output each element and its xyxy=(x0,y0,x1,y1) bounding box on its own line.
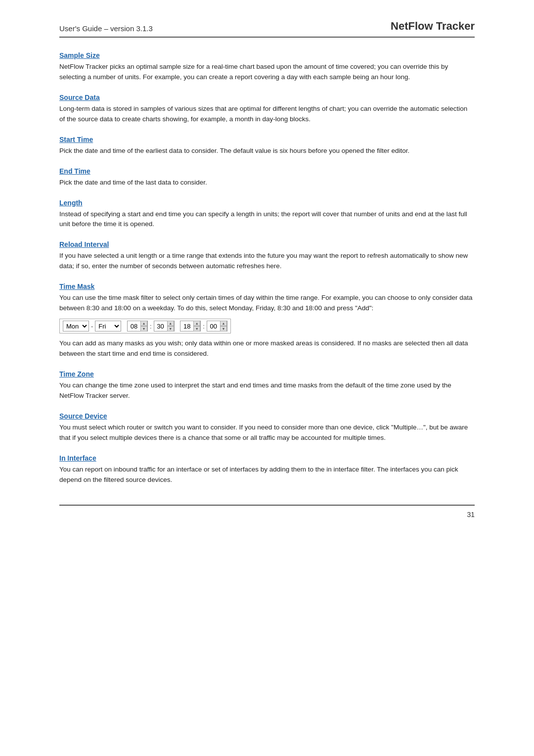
page-number: 31 xyxy=(467,511,475,519)
page-header: User's Guide – version 3.1.3 NetFlow Tra… xyxy=(59,20,475,38)
section-body-time-mask-after: You can add as many masks as you wish; o… xyxy=(59,338,475,359)
app-title: NetFlow Tracker xyxy=(391,20,475,33)
to-hour-down[interactable]: ▼ xyxy=(193,326,200,331)
section-body-length: Instead of specifying a start and end ti… xyxy=(59,209,475,230)
section-body-in-interface: You can report on inbound traffic for an… xyxy=(59,465,475,485)
guide-title: User's Guide – version 3.1.3 xyxy=(59,24,153,33)
section-title-reload-interval: Reload Interval xyxy=(59,240,475,248)
to-hour-buttons: ▲ ▼ xyxy=(193,321,200,331)
to-hour-spinner: ▲ ▼ xyxy=(180,321,201,331)
section-body-end-time: Pick the date and time of the last data … xyxy=(59,178,475,188)
page-footer: 31 xyxy=(59,505,475,519)
from-min-buttons: ▲ ▼ xyxy=(167,321,174,331)
from-hour-buttons: ▲ ▼ xyxy=(140,321,147,331)
section-end-time: End Time Pick the date and time of the l… xyxy=(59,167,475,188)
from-hour-up[interactable]: ▲ xyxy=(140,321,147,326)
section-title-start-time: Start Time xyxy=(59,136,475,143)
section-title-in-interface: In Interface xyxy=(59,454,475,462)
widget-gap2 xyxy=(176,323,179,330)
to-min-up[interactable]: ▲ xyxy=(220,321,227,326)
section-length: Length Instead of specifying a start and… xyxy=(59,199,475,230)
section-reload-interval: Reload Interval If you have selected a u… xyxy=(59,240,475,272)
time-colon-2: : xyxy=(202,323,206,330)
section-title-sample-size: Sample Size xyxy=(59,51,475,59)
section-body-source-data: Long-term data is stored in samples of v… xyxy=(59,104,475,125)
from-hour-spinner: ▲ ▼ xyxy=(127,321,148,331)
to-min-buttons: ▲ ▼ xyxy=(220,321,227,331)
section-body-time-mask-before: You can use the time mask filter to sele… xyxy=(59,293,475,314)
section-body-sample-size: NetFlow Tracker picks an optimal sample … xyxy=(59,62,475,83)
section-source-data: Source Data Long-term data is stored in … xyxy=(59,94,475,125)
section-title-end-time: End Time xyxy=(59,167,475,175)
to-hour-up[interactable]: ▲ xyxy=(193,321,200,326)
section-time-zone: Time Zone You can change the time zone u… xyxy=(59,370,475,401)
from-hour-down[interactable]: ▼ xyxy=(140,326,147,331)
section-sample-size: Sample Size NetFlow Tracker picks an opt… xyxy=(59,51,475,83)
page: User's Guide – version 3.1.3 NetFlow Tra… xyxy=(0,0,534,548)
time-mask-widget: Mon Tue Wed Thu Fri Sat Sun - Mon Tue We… xyxy=(59,319,231,333)
from-min-down[interactable]: ▼ xyxy=(167,326,174,331)
section-body-reload-interval: If you have selected a unit length or a … xyxy=(59,251,475,272)
section-title-source-device: Source Device xyxy=(59,412,475,420)
to-min-down[interactable]: ▼ xyxy=(220,326,227,331)
widget-gap xyxy=(122,323,126,330)
section-in-interface: In Interface You can report on inbound t… xyxy=(59,454,475,485)
section-body-start-time: Pick the date and time of the earliest d… xyxy=(59,146,475,156)
section-title-length: Length xyxy=(59,199,475,207)
section-time-mask: Time Mask You can use the time mask filt… xyxy=(59,283,475,359)
from-day-select[interactable]: Mon Tue Wed Thu Fri Sat Sun xyxy=(63,321,89,331)
from-min-input[interactable] xyxy=(154,321,167,331)
section-body-source-device: You must select which router or switch y… xyxy=(59,423,475,443)
to-min-input[interactable] xyxy=(207,321,220,331)
to-hour-input[interactable] xyxy=(180,321,193,331)
time-colon-1: : xyxy=(149,323,153,330)
section-title-time-zone: Time Zone xyxy=(59,370,475,378)
section-start-time: Start Time Pick the date and time of the… xyxy=(59,136,475,156)
from-hour-input[interactable] xyxy=(128,321,140,331)
section-body-time-zone: You can change the time zone used to int… xyxy=(59,380,475,401)
to-day-select[interactable]: Mon Tue Wed Thu Fri Sat Sun xyxy=(95,321,121,331)
to-min-spinner: ▲ ▼ xyxy=(207,321,227,331)
day-separator: - xyxy=(90,323,94,330)
from-min-spinner: ▲ ▼ xyxy=(154,321,175,331)
section-title-time-mask: Time Mask xyxy=(59,283,475,290)
section-source-device: Source Device You must select which rout… xyxy=(59,412,475,443)
section-title-source-data: Source Data xyxy=(59,94,475,101)
from-min-up[interactable]: ▲ xyxy=(167,321,174,326)
